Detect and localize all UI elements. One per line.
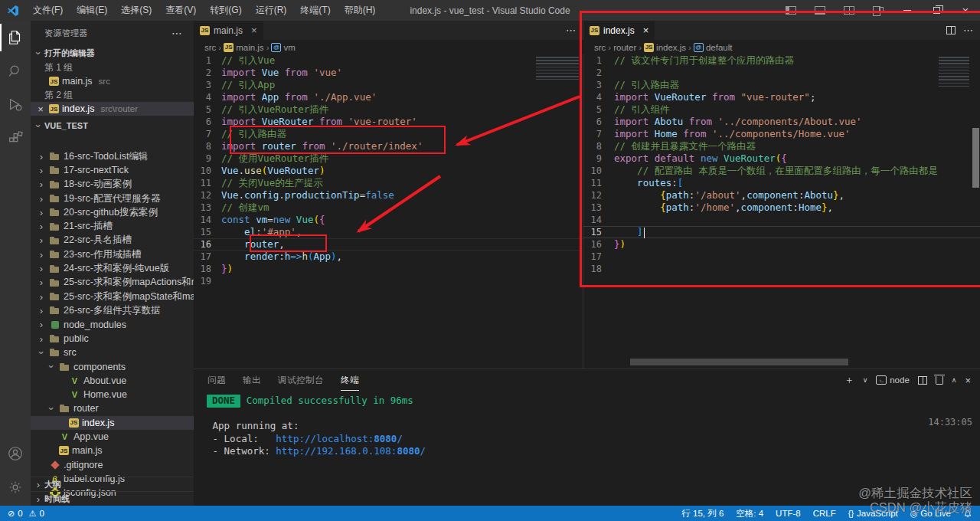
search-icon[interactable] bbox=[0, 54, 31, 88]
settings-gear-icon[interactable] bbox=[0, 470, 31, 504]
close-window-button[interactable]: × bbox=[951, 0, 980, 21]
menu-item[interactable]: 选择(S) bbox=[114, 0, 158, 21]
close-tab-icon[interactable]: × bbox=[643, 25, 649, 36]
menu-item[interactable]: 编辑(E) bbox=[70, 0, 114, 21]
panel-tab[interactable]: 输出 bbox=[243, 369, 261, 391]
menu-item[interactable]: 帮助(H) bbox=[338, 0, 383, 21]
close-tab-icon[interactable]: × bbox=[251, 25, 257, 36]
status-item[interactable]: {}JavaScript bbox=[848, 509, 898, 518]
vertical-scrollbar[interactable] bbox=[972, 128, 979, 188]
kill-terminal-icon[interactable] bbox=[936, 376, 943, 385]
tree-item[interactable]: ›16-src-TodoList编辑 bbox=[31, 149, 194, 163]
minimap[interactable] bbox=[939, 57, 969, 87]
breadcrumb-item[interactable]: src bbox=[594, 43, 606, 52]
editor-actions-icon[interactable]: ⋯ bbox=[566, 25, 577, 36]
minimize-button[interactable] bbox=[893, 0, 922, 21]
menu-item[interactable]: 运行(R) bbox=[249, 0, 294, 21]
customize-layout-icon[interactable] bbox=[864, 0, 893, 21]
line-number: 6 bbox=[583, 116, 614, 128]
tree-item[interactable]: ›24-src-求和案例-纯vue版 bbox=[31, 261, 194, 275]
tree-item[interactable]: ›21-src-插槽 bbox=[31, 219, 194, 233]
status-item[interactable]: 空格: 4 bbox=[736, 508, 763, 519]
new-terminal-icon[interactable]: ＋ bbox=[844, 373, 854, 387]
close-panel-icon[interactable]: × bbox=[965, 375, 971, 386]
tree-item[interactable]: ›src bbox=[31, 346, 194, 359]
tree-item[interactable]: ›25-src-求和案例mapState和map... bbox=[31, 290, 194, 303]
tree-item[interactable]: ›JSmain.js bbox=[31, 444, 194, 457]
menu-item[interactable]: 文件(F) bbox=[26, 0, 70, 21]
status-item[interactable]: 行 15, 列 6 bbox=[681, 508, 724, 519]
notifications-bell-icon[interactable] bbox=[963, 509, 972, 518]
project-section[interactable]: › VUE_TEST bbox=[31, 118, 194, 133]
tree-item[interactable]: ›19-src-配置代理服务器 bbox=[31, 192, 194, 205]
right-editor-lines[interactable]: 1// 该文件专门用于创建整个应用的路由器23// 引入路由器4import V… bbox=[583, 54, 980, 369]
status-item[interactable]: UTF-8 bbox=[776, 509, 801, 518]
editor-actions-icon[interactable]: ⋯ bbox=[963, 25, 974, 36]
run-debug-icon[interactable] bbox=[0, 88, 31, 122]
open-editor-item[interactable]: ×JSindex.jssrc\router bbox=[31, 102, 194, 116]
tree-item[interactable]: ›router bbox=[31, 401, 194, 415]
tree-item[interactable]: ›17-src-nextTick bbox=[31, 163, 194, 177]
tree-item[interactable]: ›18-src-动画案例 bbox=[31, 178, 194, 192]
minimap[interactable] bbox=[536, 57, 579, 80]
close-icon[interactable]: × bbox=[35, 103, 46, 115]
tree-item[interactable]: ›node_modules bbox=[31, 318, 194, 332]
token: import bbox=[614, 116, 648, 127]
tree-item[interactable]: ›VAbout.vue bbox=[31, 374, 194, 388]
status-item[interactable]: CRLF bbox=[813, 509, 836, 518]
outline-section[interactable]: › 大纲 bbox=[31, 477, 194, 491]
tree-item[interactable]: ›components bbox=[31, 359, 194, 373]
tree-item[interactable]: ›public bbox=[31, 332, 194, 346]
tree-item[interactable]: ›JSindex.js bbox=[31, 416, 194, 430]
network-url[interactable]: http://192.168.0.108: bbox=[276, 445, 397, 457]
toggle-panel-icon[interactable] bbox=[805, 0, 835, 21]
breadcrumb-item[interactable]: vm bbox=[283, 43, 295, 52]
horizontal-scrollbar[interactable] bbox=[630, 359, 848, 365]
breadcrumb-item[interactable]: main.js bbox=[236, 43, 263, 52]
maximize-panel-icon[interactable]: ∧ bbox=[952, 376, 957, 384]
menu-item[interactable]: 查看(V) bbox=[158, 0, 203, 21]
panel-tab[interactable]: 问题 bbox=[207, 369, 226, 391]
breadcrumb-item[interactable]: index.js bbox=[656, 43, 686, 52]
terminal-dropdown-icon[interactable]: ∨ bbox=[863, 376, 868, 384]
panel-tab[interactable]: 调试控制台 bbox=[278, 369, 324, 391]
tab-index-js[interactable]: JS index.js × bbox=[583, 21, 655, 40]
open-editor-item[interactable]: JSmain.jssrc bbox=[31, 74, 194, 88]
tree-item[interactable]: ›20-src-github搜索案例 bbox=[31, 205, 194, 219]
left-editor-lines[interactable]: 1// 引入Vue2import Vue from 'vue'3// 引入App… bbox=[194, 54, 583, 369]
panel-tab[interactable]: 终端 bbox=[341, 369, 359, 391]
explorer-icon[interactable] bbox=[0, 21, 31, 54]
restore-button[interactable] bbox=[922, 0, 951, 21]
menu-item[interactable]: 转到(G) bbox=[203, 0, 248, 21]
tree-item[interactable]: ›26-src-多组件共享数据 bbox=[31, 303, 194, 317]
tree-item[interactable]: ›25-src-求和案例mapActions和ma... bbox=[31, 276, 194, 290]
status-item[interactable]: ◎Go Live bbox=[910, 509, 951, 519]
split-editor-icon[interactable] bbox=[946, 26, 956, 34]
breadcrumb-item[interactable]: router bbox=[613, 43, 636, 52]
local-url[interactable]: http://localhost: bbox=[276, 433, 374, 444]
account-icon[interactable] bbox=[0, 437, 31, 470]
breadcrumb-item[interactable]: src bbox=[204, 43, 216, 52]
split-editor-layout-icon[interactable] bbox=[835, 0, 864, 21]
split-terminal-icon[interactable] bbox=[918, 376, 927, 385]
line-number: 7 bbox=[583, 128, 614, 140]
toggle-sidebar-icon[interactable] bbox=[776, 0, 805, 21]
line-content: import Abotu from '../components/About.v… bbox=[614, 116, 862, 128]
breadcrumb-item[interactable]: default bbox=[706, 43, 733, 52]
terminal-shell-item[interactable]: ›_ node bbox=[876, 375, 910, 385]
tab-main-js[interactable]: JS main.js × bbox=[194, 21, 264, 40]
js-file-icon: JS bbox=[59, 446, 69, 455]
extensions-icon[interactable] bbox=[0, 122, 31, 156]
explorer-actions-icon[interactable]: ⋯ bbox=[172, 21, 183, 45]
tree-item[interactable]: ›VApp.vue bbox=[31, 430, 194, 444]
tree-item[interactable]: ›.gitignore bbox=[31, 458, 194, 472]
terminal-output[interactable]: DONE Compiled successfully in 96ms App r… bbox=[207, 395, 965, 506]
tree-item[interactable]: ›VHome.vue bbox=[31, 388, 194, 401]
open-editors-section[interactable]: › 打开的编辑器 bbox=[31, 45, 194, 61]
tree-item[interactable]: ›23-src-作用域插槽 bbox=[31, 247, 194, 261]
timeline-section[interactable]: › 时间线 bbox=[31, 491, 194, 506]
tree-item[interactable]: ›22-src-具名插槽 bbox=[31, 234, 194, 247]
token: { bbox=[319, 214, 325, 225]
problems-status-item[interactable]: ⊘ 0 ⚠ 0 bbox=[8, 509, 44, 519]
menu-item[interactable]: 终端(T) bbox=[293, 0, 337, 21]
